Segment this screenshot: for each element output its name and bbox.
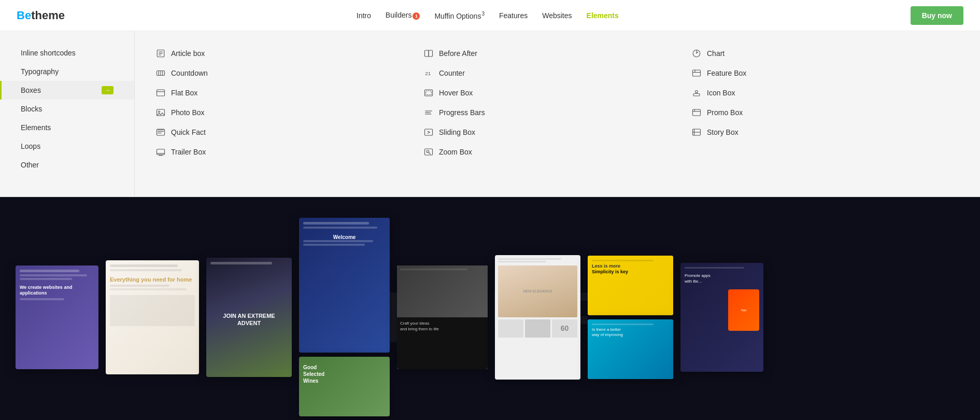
sidebar-item-loops[interactable]: Loops — [0, 137, 134, 156]
sidebar-item-other[interactable]: Other — [0, 156, 134, 174]
muffin-super: 3 — [481, 11, 485, 17]
svg-rect-25 — [426, 91, 432, 95]
svg-point-31 — [427, 150, 429, 153]
svg-point-11 — [159, 111, 160, 113]
feature-box-icon — [691, 68, 702, 78]
sidebar-item-boxes[interactable]: Boxes → — [0, 81, 134, 100]
link-counter[interactable]: 21 Counter — [423, 63, 691, 83]
nav-elements[interactable]: Elements — [587, 11, 619, 20]
quick-fact-icon — [155, 127, 166, 137]
dropdown-sidebar: Inline shortcodes Typography Boxes → Blo… — [0, 31, 135, 197]
link-zoom-box[interactable]: Zoom Box — [423, 142, 691, 162]
dropdown-col-3: Chart Feature Box Icon Box Promo Box — [691, 44, 959, 184]
before-after-icon — [423, 48, 434, 59]
link-flat-box[interactable]: Flat Box — [155, 83, 423, 103]
sidebar-item-typography[interactable]: Typography — [0, 62, 134, 81]
story-box-icon — [691, 127, 702, 137]
link-icon-box[interactable]: Icon Box — [691, 83, 959, 103]
screenshot-card-10[interactable]: Promote appswith Be... App — [680, 263, 763, 372]
link-promo-box[interactable]: Promo Box — [691, 103, 959, 122]
sidebar-item-inline-shortcodes[interactable]: Inline shortcodes — [0, 44, 134, 62]
nav-links: Intro Builders1 Muffin Options3 Features… — [357, 11, 619, 20]
svg-rect-8 — [157, 90, 165, 96]
trailer-box-icon — [155, 147, 166, 157]
dropdown-col-2: Before After 21 Counter Hover Box Progre… — [423, 44, 691, 184]
progress-bars-icon — [423, 107, 434, 118]
screenshot-card-6[interactable]: Craft your ideasand bring them to life — [397, 265, 488, 369]
link-sliding-box[interactable]: Sliding Box — [423, 122, 691, 142]
screenshot-card-7[interactable]: NEW ELEGANCE 60 — [495, 255, 580, 380]
screenshot-card-8[interactable]: Less is moreSimplicity is key — [588, 256, 673, 315]
promo-box-icon — [691, 107, 702, 118]
builders-badge: 1 — [413, 12, 420, 20]
nav-websites[interactable]: Websites — [542, 11, 572, 20]
screenshot-card-2[interactable]: Everything you need for home — [106, 260, 199, 374]
link-feature-box[interactable]: Feature Box — [691, 63, 959, 83]
svg-rect-29 — [425, 129, 433, 135]
buy-now-button[interactable]: Buy now — [911, 6, 963, 25]
link-article-box[interactable]: Article box — [155, 44, 423, 63]
counter-icon: 21 — [423, 68, 434, 78]
hover-box-icon — [423, 88, 434, 98]
svg-text:21: 21 — [425, 71, 431, 76]
screenshot-card-3[interactable]: JOIN AN EXTREMEADVENT — [206, 258, 292, 377]
dropdown-menu: Inline shortcodes Typography Boxes → Blo… — [0, 31, 980, 197]
sidebar-item-blocks[interactable]: Blocks — [0, 100, 134, 118]
link-story-box[interactable]: Story Box — [691, 122, 959, 142]
svg-point-38 — [695, 91, 698, 93]
screenshot-card-4[interactable]: Welcome — [299, 218, 390, 353]
screenshot-card-9[interactable]: Is there a betterway of improving — [588, 319, 673, 379]
icon-box-icon — [691, 88, 702, 98]
sliding-box-icon — [423, 127, 434, 137]
svg-rect-40 — [693, 109, 701, 116]
svg-rect-35 — [693, 70, 701, 76]
nav-intro[interactable]: Intro — [357, 11, 371, 20]
link-quick-fact[interactable]: Quick Fact — [155, 122, 423, 142]
svg-rect-39 — [693, 94, 700, 96]
svg-rect-30 — [425, 149, 433, 155]
article-box-icon — [155, 48, 166, 59]
logo[interactable]: Betheme — [17, 9, 65, 22]
link-trailer-box[interactable]: Trailer Box — [155, 142, 423, 162]
photo-box-icon — [155, 107, 166, 118]
navbar: Betheme Intro Builders1 Muffin Options3 … — [0, 0, 980, 31]
nav-features[interactable]: Features — [499, 11, 528, 20]
nav-muffin-options[interactable]: Muffin Options3 — [434, 11, 485, 20]
screenshot-card-1[interactable]: We create websites and applications — [16, 265, 98, 369]
link-chart[interactable]: Chart — [691, 44, 959, 63]
link-before-after[interactable]: Before After — [423, 44, 691, 63]
sidebar-item-elements[interactable]: Elements — [0, 118, 134, 137]
svg-line-32 — [429, 153, 431, 155]
logo-be: Be — [17, 9, 31, 22]
bottom-section: BLUF We create websites and applications… — [0, 197, 980, 420]
zoom-box-icon — [423, 147, 434, 157]
cards-8-9-wrapper: Less is moreSimplicity is key Is there a… — [588, 256, 673, 379]
screenshots-row: We create websites and applications Ever… — [0, 197, 980, 420]
flat-box-icon — [155, 88, 166, 98]
link-progress-bars[interactable]: Progress Bars — [423, 103, 691, 122]
chart-icon — [691, 48, 702, 59]
countdown-icon — [155, 68, 166, 78]
link-countdown[interactable]: Countdown — [155, 63, 423, 83]
nav-builders[interactable]: Builders1 — [386, 11, 420, 19]
screenshot-card-5[interactable]: GoodSelectedWines — [299, 357, 390, 416]
svg-rect-16 — [157, 149, 165, 155]
link-hover-box[interactable]: Hover Box — [423, 83, 691, 103]
logo-theme: theme — [31, 9, 65, 22]
dropdown-columns: Article box Countdown Flat Box Photo Box — [135, 31, 980, 197]
boxes-arrow-badge: → — [102, 86, 113, 94]
link-photo-box[interactable]: Photo Box — [155, 103, 423, 122]
cards-4-5-wrapper: Welcome GoodSelectedWines — [299, 218, 390, 416]
dropdown-col-1: Article box Countdown Flat Box Photo Box — [155, 44, 423, 184]
